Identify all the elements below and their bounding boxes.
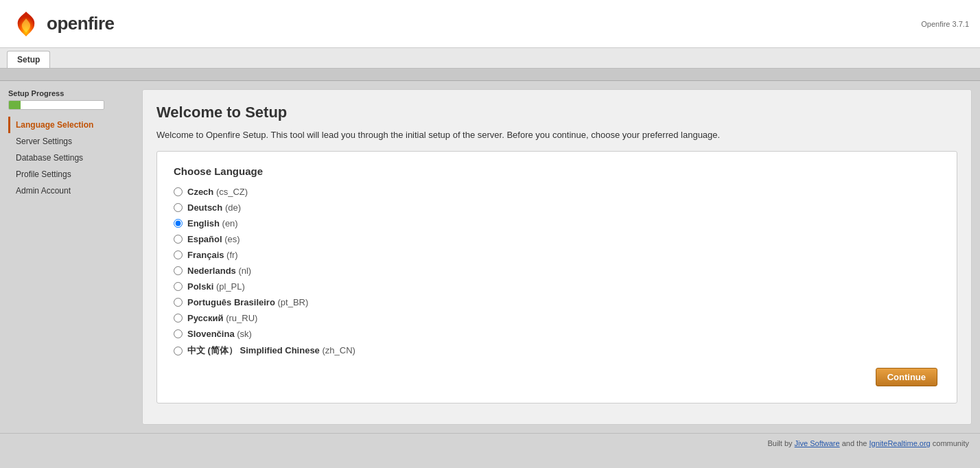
nav-bar: Setup [0, 48, 980, 69]
language-option-de: Deutsch (de) [174, 202, 940, 213]
language-option-zh: 中文 (简体） Simplified Chinese (zh_CN) [174, 344, 940, 357]
lang-label-fr: Français (fr) [187, 250, 238, 260]
continue-button[interactable]: Continue [876, 368, 937, 386]
page-title: Welcome to Setup [156, 104, 957, 121]
radio-nl[interactable] [174, 266, 183, 275]
lang-label-cs: Czech (cs_CZ) [187, 187, 248, 197]
content-area: Welcome to Setup Welcome to Openfire Set… [142, 89, 972, 425]
radio-pl[interactable] [174, 282, 183, 291]
footer-built-by: Built by [767, 439, 794, 447]
setup-progress-label: Setup Progress [8, 89, 135, 97]
logo-text: openfire [47, 13, 115, 34]
footer-community: community [931, 439, 969, 447]
footer-and: and the [840, 439, 870, 447]
radio-pt[interactable] [174, 298, 183, 307]
lang-label-ru: Русский (ru_RU) [187, 313, 257, 323]
continue-button-row: Continue [174, 368, 940, 386]
radio-es[interactable] [174, 235, 183, 244]
language-option-cs: Czech (cs_CZ) [174, 187, 940, 197]
openfire-logo-icon [11, 9, 41, 39]
language-option-sk: Slovenčina (sk) [174, 329, 940, 339]
lang-label-en: English (en) [187, 218, 238, 229]
tab-setup[interactable]: Setup [7, 51, 50, 68]
lang-label-sk: Slovenčina (sk) [187, 329, 252, 339]
lang-label-pl: Polski (pl_PL) [187, 281, 245, 292]
sidebar-item-server-settings[interactable]: Server Settings [8, 133, 135, 150]
lang-label-es: Español (es) [187, 234, 240, 244]
radio-sk[interactable] [174, 329, 183, 338]
sub-bar [0, 69, 980, 81]
footer-ignite-link[interactable]: IgniteRealtime.org [869, 439, 930, 447]
language-option-pl: Polski (pl_PL) [174, 281, 940, 292]
lang-label-nl: Nederlands (nl) [187, 266, 251, 276]
logo-area: openfire [11, 9, 115, 39]
sidebar-item-language-selection[interactable]: Language Selection [8, 117, 135, 133]
language-box: Choose Language Czech (cs_CZ) Deutsch (d… [156, 151, 957, 403]
sidebar-item-database-settings[interactable]: Database Settings [8, 150, 135, 166]
sidebar: Setup Progress Language Selection Server… [8, 89, 135, 425]
lang-label-zh: 中文 (简体） Simplified Chinese (zh_CN) [187, 344, 355, 357]
choose-language-title: Choose Language [174, 165, 940, 177]
footer-jive-link[interactable]: Jive Software [795, 439, 840, 447]
radio-zh[interactable] [174, 347, 183, 355]
language-option-en: English (en) [174, 218, 940, 229]
radio-fr[interactable] [174, 250, 183, 259]
language-option-nl: Nederlands (nl) [174, 266, 940, 276]
sidebar-item-profile-settings[interactable]: Profile Settings [8, 166, 135, 183]
language-option-es: Español (es) [174, 234, 940, 244]
progress-bar-fill [9, 101, 21, 109]
lang-label-de: Deutsch (de) [187, 202, 241, 213]
sidebar-item-admin-account[interactable]: Admin Account [8, 183, 135, 199]
welcome-text: Welcome to Openfire Setup. This tool wil… [156, 130, 957, 140]
language-option-fr: Français (fr) [174, 250, 940, 260]
radio-cs[interactable] [174, 187, 183, 196]
radio-de[interactable] [174, 203, 183, 212]
header: openfire Openfire 3.7.1 [0, 0, 980, 48]
version-label: Openfire 3.7.1 [921, 20, 969, 28]
language-option-ru: Русский (ru_RU) [174, 313, 940, 323]
lang-label-pt: Português Brasileiro (pt_BR) [187, 297, 308, 307]
footer: Built by Jive Software and the IgniteRea… [0, 433, 980, 453]
progress-bar-container [8, 100, 104, 110]
main-layout: Setup Progress Language Selection Server… [0, 81, 980, 433]
radio-ru[interactable] [174, 314, 183, 323]
radio-en[interactable] [174, 219, 183, 228]
language-option-pt: Português Brasileiro (pt_BR) [174, 297, 940, 307]
